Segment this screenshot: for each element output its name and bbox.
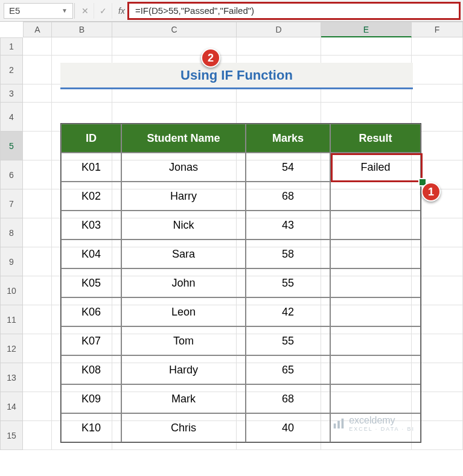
callout-2: 2 (201, 48, 220, 68)
cell[interactable]: John (121, 268, 246, 297)
cell[interactable]: 55 (246, 268, 330, 297)
watermark-brand: exceldemy (349, 415, 395, 425)
row-header[interactable]: 2 (0, 56, 23, 84)
cell[interactable] (330, 326, 421, 355)
cell[interactable]: K08 (61, 355, 121, 384)
cell[interactable]: 43 (246, 211, 330, 240)
cell[interactable]: 68 (246, 182, 330, 211)
cell[interactable]: K02 (61, 182, 121, 211)
cell[interactable]: 54 (246, 153, 330, 182)
cell[interactable]: Sara (121, 240, 246, 268)
cell[interactable]: Jonas (121, 153, 246, 182)
accept-icon[interactable]: ✓ (94, 3, 112, 19)
cell[interactable]: Leon (121, 297, 246, 326)
row-header[interactable]: 5 (0, 132, 23, 160)
svg-rect-0 (334, 424, 336, 428)
cell[interactable]: Failed (330, 153, 421, 182)
data-table: ID Student Name Marks Result K01Jonas54F… (60, 123, 421, 443)
svg-rect-2 (342, 419, 344, 429)
cell[interactable] (330, 384, 421, 413)
cell[interactable]: K05 (61, 268, 121, 297)
col-header[interactable]: B (52, 22, 112, 37)
th-marks: Marks (246, 124, 330, 153)
col-header[interactable]: C (112, 22, 237, 37)
table-row: K01Jonas54Failed (61, 153, 421, 182)
table-row: K09Mark68 (61, 384, 421, 413)
cell[interactable] (330, 211, 421, 240)
row-header[interactable]: 9 (0, 247, 23, 276)
cell[interactable]: 55 (246, 326, 330, 355)
cell[interactable] (330, 355, 421, 384)
cell[interactable] (330, 268, 421, 297)
table-header-row: ID Student Name Marks Result (61, 124, 421, 153)
formula-bar: E5 ▼ ✕ ✓ fx =IF(D5>55,"Passed","Failed") (0, 0, 463, 22)
cell[interactable]: 68 (246, 384, 330, 413)
svg-rect-1 (337, 420, 340, 428)
th-result: Result (330, 124, 421, 153)
cell[interactable]: K10 (61, 413, 121, 442)
column-headers: A B C D E F (23, 22, 463, 37)
chevron-down-icon[interactable]: ▼ (62, 7, 68, 14)
page-title: Using IF Function (60, 63, 413, 89)
cell[interactable]: K06 (61, 297, 121, 326)
cell[interactable]: Mark (121, 384, 246, 413)
cell[interactable]: Tom (121, 326, 246, 355)
fx-icon[interactable]: fx (112, 6, 129, 16)
cell[interactable] (330, 240, 421, 268)
cell[interactable]: K04 (61, 240, 121, 268)
th-id: ID (61, 124, 121, 153)
watermark: exceldemy EXCEL · DATA · BI (332, 415, 415, 432)
row-header[interactable]: 12 (0, 334, 23, 363)
row-header[interactable]: 10 (0, 276, 23, 305)
cell[interactable] (330, 182, 421, 211)
cell[interactable]: K09 (61, 384, 121, 413)
cell[interactable]: 40 (246, 413, 330, 442)
cancel-icon[interactable]: ✕ (76, 3, 94, 19)
cell[interactable]: 42 (246, 297, 330, 326)
col-header[interactable]: F (412, 22, 463, 37)
cell[interactable]: Nick (121, 211, 246, 240)
worksheet: A B C D E F 1 2 3 4 5 6 7 8 9 10 11 12 1… (0, 22, 463, 450)
row-header[interactable]: 7 (0, 189, 23, 218)
watermark-tag: EXCEL · DATA · BI (349, 426, 415, 432)
table-row: K05John55 (61, 268, 421, 297)
row-header[interactable]: 11 (0, 305, 23, 334)
cell[interactable]: Chris (121, 413, 246, 442)
cell[interactable]: Harry (121, 182, 246, 211)
row-header[interactable]: 6 (0, 160, 23, 189)
table-row: K06Leon42 (61, 297, 421, 326)
chart-icon (332, 417, 345, 430)
th-name: Student Name (121, 124, 246, 153)
separator (74, 3, 75, 19)
cell[interactable]: 58 (246, 240, 330, 268)
callout-1: 1 (421, 182, 441, 202)
col-header[interactable]: E (321, 22, 412, 37)
table-row: K04Sara58 (61, 240, 421, 268)
cell[interactable]: 65 (246, 355, 330, 384)
row-header[interactable]: 8 (0, 218, 23, 247)
table-row: K02Harry68 (61, 182, 421, 211)
cell[interactable]: K01 (61, 153, 121, 182)
col-header[interactable]: D (237, 22, 321, 37)
row-header[interactable]: 3 (0, 84, 23, 103)
cell[interactable] (330, 297, 421, 326)
formula-text: =IF(D5>55,"Passed","Failed") (135, 5, 254, 16)
cell[interactable]: Hardy (121, 355, 246, 384)
row-header[interactable]: 14 (0, 392, 23, 421)
col-header[interactable]: A (23, 22, 52, 37)
row-header[interactable]: 4 (0, 103, 23, 132)
name-box-value: E5 (9, 5, 20, 16)
cell[interactable]: K03 (61, 211, 121, 240)
cell[interactable]: K07 (61, 326, 121, 355)
table-row: K03Nick43 (61, 211, 421, 240)
row-header[interactable]: 1 (0, 37, 23, 56)
name-box[interactable]: E5 ▼ (4, 3, 73, 19)
row-header[interactable]: 13 (0, 363, 23, 392)
table-row: K08Hardy65 (61, 355, 421, 384)
table-row: K07Tom55 (61, 326, 421, 355)
formula-input[interactable]: =IF(D5>55,"Passed","Failed") (129, 3, 459, 19)
row-header[interactable]: 15 (0, 421, 23, 450)
